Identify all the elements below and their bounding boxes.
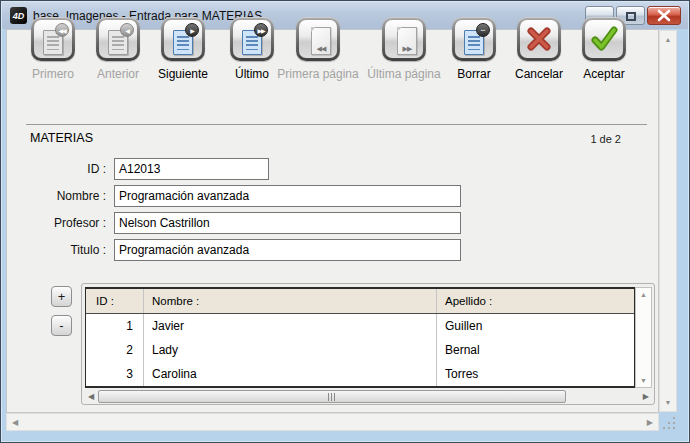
remove-row-button[interactable]: -: [51, 315, 72, 336]
button-inner: [585, 20, 623, 58]
column-header-id[interactable]: ID :: [86, 295, 143, 307]
scroll-right-icon[interactable]: ▶: [647, 418, 653, 427]
toolbar-button-ultima-pagina[interactable]: ▶▶ Última página: [382, 17, 426, 61]
button-face: ▶: [161, 17, 205, 61]
table-row[interactable]: 1 Javier Guillen: [86, 314, 634, 338]
cell-nombre: Javier: [143, 314, 436, 338]
field-titulo: Titulo :: [45, 239, 461, 261]
app-icon-text: 4D: [13, 11, 25, 21]
grid-header-row: ID : Nombre : Apellido :: [86, 289, 634, 314]
resize-grip-icon[interactable]: [661, 415, 677, 431]
scroll-up-icon[interactable]: ▲: [636, 291, 651, 298]
button-face: ◀◀: [296, 17, 340, 61]
field-nombre: Nombre :: [45, 185, 461, 207]
toolbar-button-siguiente[interactable]: ▶ Siguiente: [161, 17, 205, 61]
cell-id: 2: [86, 343, 143, 357]
profesor-label: Profesor :: [45, 216, 106, 230]
grid-table: ID : Nombre : Apellido : 1 Javier Guille…: [85, 287, 635, 388]
window-horizontal-scrollbar[interactable]: ◀ ▶: [6, 413, 659, 431]
last-badge-icon: ▶▶: [254, 23, 268, 37]
scroll-left-icon[interactable]: ◀: [12, 418, 18, 427]
toolbar-button-borrar[interactable]: − Borrar: [452, 17, 496, 61]
id-input[interactable]: [114, 158, 269, 180]
column-header-apellido[interactable]: Apellido :: [436, 289, 634, 313]
delete-badge-icon: −: [476, 23, 490, 37]
cancel-x-icon: [525, 25, 553, 53]
column-header-nombre[interactable]: Nombre :: [143, 289, 436, 313]
toolbar-button-aceptar[interactable]: Aceptar: [582, 17, 626, 61]
scrollbar-thumb[interactable]: [98, 390, 566, 403]
titulo-input[interactable]: [114, 239, 461, 261]
field-profesor: Profesor :: [45, 212, 461, 234]
toolbar-separator: [26, 124, 647, 125]
button-inner: ◀: [99, 20, 137, 58]
page-first-icon: ◀◀: [311, 27, 331, 55]
button-inner: −: [455, 20, 493, 58]
toolbar-button-anterior[interactable]: ◀ Anterior: [96, 17, 140, 61]
table-row[interactable]: 3 Carolina Torres: [86, 362, 634, 386]
button-label: Aceptar: [549, 67, 659, 81]
nombre-input[interactable]: [114, 185, 461, 207]
close-icon: [648, 7, 680, 24]
toolbar-button-primero[interactable]: ◀◀ Primero: [31, 17, 75, 61]
previous-badge-icon: ◀: [120, 23, 134, 37]
grid-vertical-scrollbar[interactable]: ▲ ▼: [635, 287, 652, 388]
toolbar-button-ultimo[interactable]: ▶▶ Último: [230, 17, 274, 61]
button-face: ▶▶: [230, 17, 274, 61]
toolbar-button-primera-pagina[interactable]: ◀◀ Primera página: [296, 17, 340, 61]
button-face: ▶▶: [382, 17, 426, 61]
accept-check-icon: [590, 25, 618, 53]
section-title: MATERIAS: [30, 131, 93, 145]
scroll-down-icon[interactable]: ▼: [636, 377, 651, 384]
app-window: 4D base_Imagenes - Entrada para MATERIAS…: [0, 0, 690, 443]
button-face: ◀◀: [31, 17, 75, 61]
table-row[interactable]: 2 Lady Bernal: [86, 338, 634, 362]
grid-horizontal-scrollbar[interactable]: ◀ ▶: [85, 390, 652, 404]
close-button[interactable]: [647, 6, 681, 25]
window-vertical-scrollbar[interactable]: ▲ ▼: [659, 30, 677, 412]
profesor-input[interactable]: [114, 212, 461, 234]
cell-id: 3: [86, 367, 143, 381]
button-inner: ▶▶: [233, 20, 271, 58]
next-badge-icon: ▶: [185, 23, 199, 37]
button-inner: ◀◀: [299, 20, 337, 58]
titulo-label: Titulo :: [45, 243, 106, 257]
field-id: ID :: [45, 158, 269, 180]
button-inner: ▶▶: [385, 20, 423, 58]
button-inner: ▶: [164, 20, 202, 58]
nombre-label: Nombre :: [45, 189, 106, 203]
button-face: ◀: [96, 17, 140, 61]
record-position: 1 de 2: [561, 133, 621, 145]
button-face: [517, 17, 561, 61]
toolbar-button-cancelar[interactable]: Cancelar: [517, 17, 561, 61]
cell-id: 1: [86, 319, 143, 333]
cell-apellido: Torres: [436, 362, 634, 386]
scroll-down-icon[interactable]: ▼: [660, 399, 676, 406]
button-face: −: [452, 17, 496, 61]
subform-grid: ID : Nombre : Apellido : 1 Javier Guille…: [81, 283, 655, 405]
button-inner: [520, 20, 558, 58]
cell-nombre: Carolina: [143, 362, 436, 386]
page-last-icon: ▶▶: [397, 27, 417, 55]
cell-nombre: Lady: [143, 338, 436, 362]
add-row-button[interactable]: +: [51, 286, 72, 307]
button-face: [582, 17, 626, 61]
first-badge-icon: ◀◀: [55, 23, 69, 37]
cell-apellido: Bernal: [436, 338, 634, 362]
app-icon: 4D: [10, 7, 27, 24]
button-inner: ◀◀: [34, 20, 72, 58]
scroll-right-icon[interactable]: ▶: [643, 392, 649, 401]
cell-apellido: Guillen: [436, 314, 634, 338]
scroll-left-icon[interactable]: ◀: [88, 392, 94, 401]
id-label: ID :: [45, 162, 106, 176]
maximize-icon: [626, 12, 636, 21]
scroll-up-icon[interactable]: ▲: [660, 36, 676, 43]
